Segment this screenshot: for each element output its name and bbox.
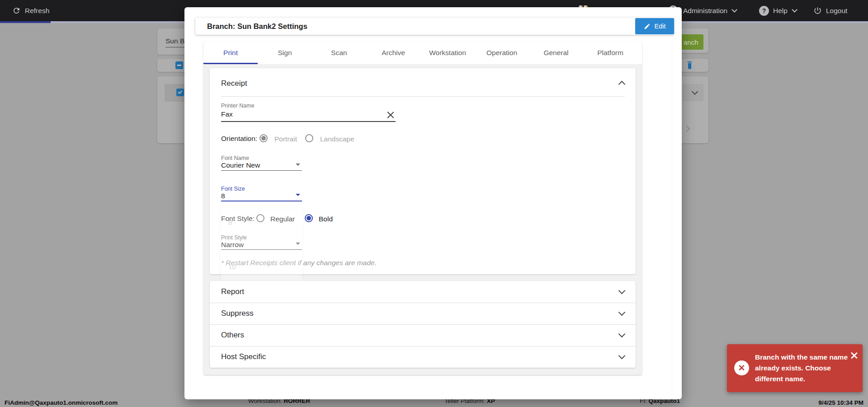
- dialog-title: Branch: Sun Bank2 Settings: [207, 22, 307, 31]
- section-suppress[interactable]: Suppress: [210, 303, 636, 324]
- chevron-right-icon[interactable]: [684, 126, 690, 132]
- host-specific-header: Host Specific: [221, 352, 266, 361]
- expand-chevron-icon: [618, 287, 626, 295]
- trash-icon[interactable]: [686, 61, 693, 71]
- help-label: Help: [773, 7, 788, 15]
- font-name-underline: [221, 170, 302, 171]
- font-name-select[interactable]: Courier New: [221, 161, 260, 169]
- expand-chevron-icon: [618, 352, 626, 360]
- others-header: Others: [221, 331, 244, 340]
- printer-name-underline: [221, 121, 396, 122]
- orientation-label: Orientation:: [221, 135, 257, 143]
- help-menu[interactable]: ? Help: [759, 0, 796, 21]
- edit-button[interactable]: Edit: [635, 18, 674, 34]
- branch-settings-dialog: Branch: Sun Bank2 Settings Edit Print Si…: [184, 7, 682, 399]
- tab-archive[interactable]: Archive: [366, 42, 420, 64]
- expand-chevron-icon: [618, 309, 626, 316]
- error-icon: ✕: [734, 360, 749, 375]
- tab-strip: Print Sign Scan Archive Workstation Oper…: [203, 42, 642, 64]
- section-others[interactable]: Others: [210, 324, 636, 346]
- chevron-down-icon: [792, 7, 797, 13]
- application-window: Refresh Administration ? Help Logout Sun…: [0, 0, 868, 407]
- printer-name-label: Printer Name: [221, 103, 255, 109]
- receipt-section-card: Receipt Printer Name Fax Orientation: Po…: [210, 68, 636, 274]
- refresh-button[interactable]: Refresh: [12, 0, 49, 21]
- tab-workstation[interactable]: Workstation: [420, 42, 475, 64]
- refresh-label: Refresh: [25, 7, 49, 15]
- menu-option: 10: [228, 263, 236, 271]
- dropdown-arrow-icon: [296, 164, 300, 166]
- tab-sign[interactable]: Sign: [258, 42, 312, 64]
- receipt-section-header: Receipt: [221, 79, 247, 88]
- help-icon: ?: [759, 6, 769, 16]
- footer-datetime: 9/4/25 10:34 PM: [818, 399, 863, 406]
- content-gutter: [672, 39, 672, 396]
- tab-label: Workstation: [429, 49, 466, 57]
- font-name-label: Font Name: [221, 155, 249, 161]
- footer-user: FiAdmin@Qaxpauto1.onmicrosoft.com: [5, 399, 118, 406]
- menu-option: 8: [228, 219, 232, 226]
- add-branch-label: anch: [684, 38, 698, 46]
- bold-label: Bold: [319, 215, 333, 223]
- toast-message: Branch with the same name already exists…: [755, 352, 848, 384]
- dropdown-arrow-icon: [296, 194, 300, 196]
- tab-operation[interactable]: Operation: [475, 42, 529, 64]
- section-host-specific[interactable]: Host Specific: [210, 346, 636, 368]
- pencil-icon: [644, 23, 651, 30]
- collapsed-sections-card: Report Suppress Others Host Specific: [210, 281, 636, 368]
- tab-general[interactable]: General: [529, 42, 583, 64]
- font-size-select[interactable]: 8: [221, 192, 225, 200]
- chevron-down-icon: [731, 7, 737, 13]
- dialog-title-bar: Branch: Sun Bank2 Settings Edit: [195, 18, 674, 35]
- page-active-tab-indicator: [0, 21, 51, 23]
- collapse-chevron-icon[interactable]: [618, 81, 626, 88]
- tab-label: Platform: [597, 49, 623, 57]
- logout-button[interactable]: Logout: [813, 0, 847, 21]
- font-size-underline: [221, 201, 302, 201]
- tab-print[interactable]: Print: [203, 42, 258, 64]
- clear-icon[interactable]: [387, 111, 394, 118]
- suppress-header: Suppress: [221, 309, 254, 318]
- font-size-label: Font Size: [221, 186, 245, 192]
- radio-bold[interactable]: [305, 214, 313, 222]
- settings-tabs-card: Print Sign Scan Archive Workstation Oper…: [203, 42, 642, 375]
- landscape-label: Landscape: [320, 135, 354, 143]
- close-icon[interactable]: [850, 352, 857, 359]
- expand-chevron-icon: [618, 331, 626, 338]
- administration-menu[interactable]: Administration: [683, 0, 736, 21]
- radio-portrait[interactable]: [259, 134, 268, 142]
- tab-label: Scan: [331, 49, 347, 57]
- tab-label: Sign: [278, 49, 292, 57]
- branch-row-checkbox[interactable]: [176, 89, 184, 96]
- tab-platform[interactable]: Platform: [583, 42, 637, 64]
- radio-landscape[interactable]: [305, 134, 313, 142]
- header-divider: [221, 96, 625, 97]
- tab-label: Archive: [382, 49, 405, 57]
- tab-scan[interactable]: Scan: [312, 42, 366, 64]
- section-report[interactable]: Report: [210, 281, 636, 303]
- logout-label: Logout: [826, 7, 847, 15]
- power-icon: [813, 6, 822, 15]
- portrait-label: Portrait: [274, 135, 297, 143]
- report-header: Report: [221, 287, 244, 296]
- tab-label: Operation: [486, 49, 517, 57]
- edit-label: Edit: [655, 23, 666, 30]
- printer-name-input[interactable]: Fax: [221, 110, 233, 118]
- select-all-checkbox[interactable]: [175, 61, 183, 69]
- refresh-icon: [12, 6, 21, 15]
- tab-label: Print: [223, 49, 238, 57]
- tab-label: General: [543, 49, 568, 57]
- administration-label: Administration: [683, 7, 727, 15]
- error-toast: ✕ Branch with the same name already exis…: [727, 344, 863, 392]
- active-tab-indicator: [203, 63, 258, 64]
